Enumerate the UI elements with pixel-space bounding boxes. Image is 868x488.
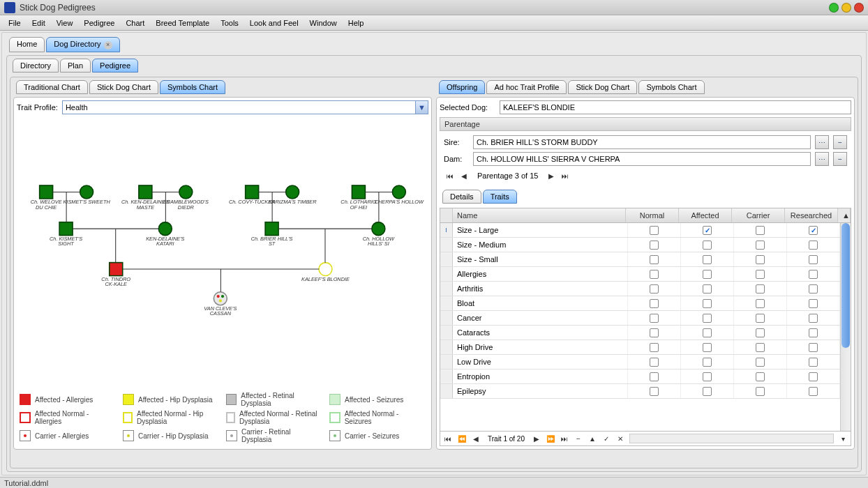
table-row[interactable]: High Drive [440,340,840,355]
checkbox[interactable] [703,328,712,337]
checkbox[interactable] [703,299,712,308]
menu-chart[interactable]: Chart [120,17,150,29]
menu-breed-template[interactable]: Breed Template [150,17,215,29]
tab-traits[interactable]: Traits [483,190,517,204]
th-affected[interactable]: Affected [679,208,732,222]
table-row[interactable]: Cataracts [440,326,840,340]
footer-down-icon[interactable]: ▾ [837,433,849,444]
tab-stick-dog-chart[interactable]: Stick Dog Chart [89,80,158,94]
checkbox[interactable] [756,241,765,250]
checkbox[interactable] [703,241,712,250]
tab-symbols-chart[interactable]: Symbols Chart [638,80,704,94]
checkbox[interactable] [650,328,659,337]
close-icon[interactable]: × [104,41,112,49]
checkbox[interactable] [809,284,818,293]
checkbox[interactable] [703,343,712,352]
footer-rewind-icon[interactable]: ⏪ [456,433,468,444]
checkbox[interactable] [703,358,712,367]
footer-check-icon[interactable]: ✓ [600,433,613,444]
footer-first-icon[interactable]: ⏮ [442,433,454,444]
checkbox[interactable] [650,284,659,293]
footer-minus-icon[interactable]: − [572,433,585,444]
checkbox[interactable] [703,255,712,264]
checkbox[interactable] [756,284,765,293]
checkbox[interactable] [756,299,765,308]
tab-ad-hoc-trait-profile[interactable]: Ad hoc Trait Profile [486,80,567,94]
checkbox[interactable] [756,270,765,279]
checkbox[interactable] [650,358,659,367]
table-row[interactable]: Arthritis [440,282,840,296]
checkbox[interactable] [650,343,659,352]
menu-view[interactable]: View [51,17,79,29]
dam-lookup-button[interactable]: ⋯ [815,152,829,166]
menu-tools[interactable]: Tools [215,17,244,29]
trait-profile-dropdown[interactable]: Health ▼ [62,100,428,114]
sire-lookup-button[interactable]: ⋯ [815,135,829,149]
checkbox[interactable] [650,372,659,381]
nav-first-icon[interactable]: ⏮ [444,170,456,181]
dam-clear-button[interactable]: − [833,152,847,166]
maximize-button[interactable] [841,3,851,13]
menu-help[interactable]: Help [343,17,370,29]
checkbox[interactable] [809,328,818,337]
checkbox[interactable] [756,343,765,352]
checkbox[interactable] [703,270,712,279]
menu-edit[interactable]: Edit [27,17,51,29]
checkbox[interactable] [756,255,765,264]
tab-offspring[interactable]: Offspring [439,80,485,94]
checkbox[interactable] [650,241,659,250]
tab-directory[interactable]: Directory [13,59,59,73]
checkbox[interactable] [650,299,659,308]
table-row[interactable]: Cancer [440,311,840,326]
dam-field[interactable]: Ch. HOLLOW HILLS' SIERRA V CHERPA [473,152,811,166]
nav-last-icon[interactable]: ⏭ [559,170,571,181]
tab-details[interactable]: Details [442,190,481,204]
hscroll-thumb[interactable] [630,434,833,443]
checkbox[interactable] [756,372,765,381]
checkbox[interactable] [809,299,818,308]
horizontal-scrollbar[interactable] [629,434,834,443]
footer-x-icon[interactable]: ✕ [614,433,627,444]
tab-traditional-chart[interactable]: Traditional Chart [16,80,88,94]
tab-dog-directory[interactable]: Dog Directory× [46,37,119,52]
footer-prev-icon[interactable]: ◀ [470,433,482,444]
table-row[interactable]: Size - Small [440,252,840,267]
close-button[interactable] [854,3,864,13]
nav-prev-icon[interactable]: ◀ [458,170,470,181]
checkbox[interactable] [703,314,712,323]
tab-stick-dog-chart[interactable]: Stick Dog Chart [568,80,637,94]
menu-look-and-feel[interactable]: Look and Feel [244,17,304,29]
table-row[interactable]: Size - Medium [440,238,840,252]
th-normal[interactable]: Normal [626,208,679,222]
tab-pedigree[interactable]: Pedigree [92,59,138,73]
checkbox[interactable] [650,270,659,279]
tab-home[interactable]: Home [9,37,45,52]
th-researched[interactable]: Researched [785,208,838,222]
nav-next-icon[interactable]: ▶ [545,170,558,181]
table-row[interactable]: Low Drive [440,355,840,369]
checkbox[interactable] [756,358,765,367]
table-row[interactable]: ISize - Large✓✓ [440,223,840,238]
sire-field[interactable]: Ch. BRIER HILL'S STORM BUDDY [473,135,811,149]
checkbox[interactable] [756,328,765,337]
table-row[interactable]: Bloat [440,296,840,311]
checkbox[interactable] [756,314,765,323]
menu-pedigree[interactable]: Pedigree [78,17,120,29]
checkbox[interactable] [650,226,659,235]
footer-last-icon[interactable]: ⏭ [558,433,571,444]
checkbox[interactable] [809,343,818,352]
checkbox[interactable] [756,226,765,235]
traits-tbody[interactable]: ISize - Large✓✓Size - MediumSize - Small… [440,223,840,431]
checkbox[interactable] [703,387,712,396]
sire-clear-button[interactable]: − [833,135,847,149]
footer-up-icon[interactable]: ▲ [586,433,599,444]
checkbox[interactable] [703,284,712,293]
checkbox[interactable] [809,387,818,396]
footer-next-icon[interactable]: ▶ [530,433,543,444]
vertical-scrollbar[interactable] [840,223,851,431]
tab-symbols-chart[interactable]: Symbols Chart [160,80,225,94]
checkbox[interactable] [756,387,765,396]
checkbox[interactable] [809,358,818,367]
checkbox[interactable] [703,372,712,381]
menu-file[interactable]: File [3,17,27,29]
